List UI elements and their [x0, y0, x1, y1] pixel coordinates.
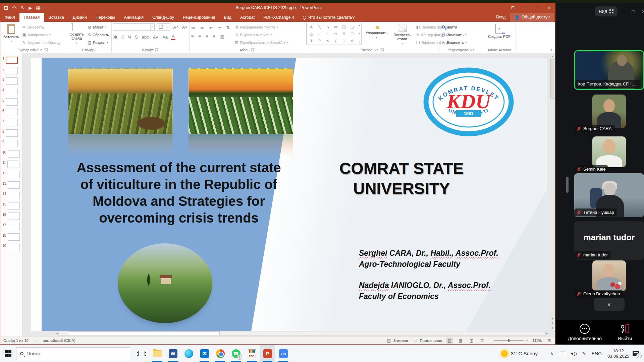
- taskbar-file-explorer[interactable]: [149, 345, 165, 362]
- participant-tile[interactable]: Olena Bezaltychna: [574, 260, 644, 299]
- reading-view-button[interactable]: ◫: [468, 338, 475, 344]
- save-icon[interactable]: [4, 6, 8, 10]
- clipboard-dialog-launcher[interactable]: ↘: [44, 48, 48, 52]
- columns-button[interactable]: ▥: [219, 34, 225, 39]
- reset-button[interactable]: ⟲Сбросить: [86, 31, 110, 38]
- strikethrough-button[interactable]: abc: [141, 35, 150, 40]
- text-direction-button[interactable]: ⇵Направление текста▾: [234, 23, 289, 31]
- slide-thumbnail[interactable]: 5: [2, 98, 22, 109]
- taskbar-word[interactable]: W: [165, 345, 181, 362]
- ribbon-display-options-button[interactable]: ⊡: [507, 3, 519, 12]
- tab-insert[interactable]: Вставка: [44, 13, 68, 22]
- quick-styles-button[interactable]: Экспресс-стили▾: [391, 23, 413, 47]
- slide-thumbnail[interactable]: 17: [2, 223, 22, 233]
- next-slide-button[interactable]: ⇟: [551, 326, 554, 330]
- line-spacing-button[interactable]: ⇅: [225, 25, 230, 30]
- volume-icon[interactable]: ◄)): [568, 345, 579, 362]
- horizontal-scrollbar-thumb[interactable]: [69, 331, 220, 335]
- taskbar-zoom[interactable]: zm: [275, 345, 291, 362]
- start-slideshow-icon[interactable]: ▶: [29, 5, 32, 10]
- taskbar-mail[interactable]: ✉: [197, 345, 212, 362]
- cut-button[interactable]: ✂Вырезать: [21, 23, 62, 31]
- taskbar-search-box[interactable]: [16, 347, 130, 360]
- shrink-font-icon[interactable]: A˅: [181, 25, 188, 30]
- more-options-button[interactable]: ••• Дополнительно: [568, 324, 602, 341]
- language-switcher[interactable]: ENG: [589, 345, 604, 362]
- create-pdf-button[interactable]: A Создать PDF: [486, 23, 513, 40]
- zoom-percentage[interactable]: 111%: [532, 339, 542, 343]
- pen-icon[interactable]: ✎: [579, 345, 589, 362]
- close-button[interactable]: ✕: [543, 3, 555, 12]
- character-spacing-button[interactable]: AV: [152, 35, 159, 40]
- tab-review[interactable]: Рецензирование: [178, 13, 220, 22]
- slide-thumbnail[interactable]: 9: [2, 140, 22, 150]
- tab-pdf-xchange[interactable]: PDF-XChange 4: [259, 13, 299, 22]
- copy-button[interactable]: ▣Копировать▾: [21, 31, 62, 38]
- customize-qat-icon[interactable]: ▾: [45, 6, 47, 9]
- university-name[interactable]: COMRAT STATE UNIVERSITY: [323, 159, 480, 199]
- vertical-scrollbar[interactable]: ▴ ▾ ⇞ ⇟: [550, 55, 555, 330]
- decrease-indent-button[interactable]: ⇤: [209, 25, 214, 30]
- new-slide-button[interactable]: Создать слайд▾: [67, 23, 86, 46]
- zoom-slider-thumb[interactable]: [508, 339, 509, 342]
- authors-text[interactable]: Serghei CARA, Dr., Habil., Assoc.Prof. A…: [359, 248, 520, 312]
- participant-tile[interactable]: marian tudor marian tudor: [574, 221, 644, 260]
- find-button[interactable]: Найти: [440, 23, 468, 31]
- start-button[interactable]: [0, 345, 16, 362]
- undo-icon[interactable]: ↶▾: [12, 5, 17, 10]
- italic-button[interactable]: К: [121, 35, 125, 40]
- tab-design[interactable]: Дизайн: [68, 13, 91, 22]
- comments-button[interactable]: ❏ Примечания: [413, 338, 442, 343]
- collapse-ribbon-icon[interactable]: ∧: [550, 48, 552, 52]
- align-text-button[interactable]: ⇳Выровнять текст▾: [234, 31, 289, 38]
- task-view-button[interactable]: [133, 345, 149, 362]
- slide-thumbnail[interactable]: 4: [2, 88, 22, 98]
- tab-home[interactable]: Главная: [19, 13, 44, 22]
- zoom-view-button[interactable]: Вид: [595, 6, 618, 16]
- slide-title[interactable]: Assessment of the current state of vitic…: [51, 159, 306, 226]
- taskbar-pdf-xchange[interactable]: PDF: [244, 345, 260, 362]
- slide-thumbnail-panel[interactable]: 1 2 3 4 5 6 7 8 9 10 11 12 13 14 15 16 1…: [0, 53, 23, 337]
- numbering-button[interactable]: ≕: [200, 25, 205, 30]
- zoom-maximize-button[interactable]: □: [628, 9, 638, 14]
- slide-thumbnail[interactable]: 3: [2, 77, 22, 88]
- redo-icon[interactable]: ↻: [21, 5, 24, 10]
- slide-thumbnail[interactable]: 16: [2, 213, 22, 223]
- participants-scrollbar-thumb[interactable]: [566, 177, 569, 193]
- zoom-slider[interactable]: – +: [489, 339, 528, 343]
- vineyard-photo-2[interactable]: [189, 68, 293, 134]
- tell-me-box[interactable]: Что вы хотите сделать?: [299, 13, 359, 22]
- tab-view[interactable]: Вид: [219, 13, 236, 22]
- hidden-icons-button[interactable]: ∧: [546, 345, 557, 362]
- weather-widget[interactable]: 31°C Sunny: [501, 350, 546, 357]
- align-left-button[interactable]: ≡: [191, 34, 195, 39]
- section-button[interactable]: ▥Раздел▾: [86, 39, 110, 46]
- vertical-scrollbar-thumb[interactable]: [550, 59, 554, 99]
- action-center-button[interactable]: 1: [633, 351, 639, 356]
- previous-slide-button[interactable]: ⇞: [551, 322, 554, 325]
- clock[interactable]: 18:12 03.09.2025: [604, 348, 633, 359]
- slide-thumbnail[interactable]: 6: [2, 109, 22, 119]
- horizontal-scrollbar[interactable]: ◂ ▸: [56, 331, 548, 336]
- zoom-close-button[interactable]: ✕: [638, 9, 644, 14]
- slide-thumbnail[interactable]: 10: [2, 150, 22, 161]
- tab-slideshow[interactable]: Слайд-шоу: [148, 13, 178, 22]
- table-grid-icon[interactable]: ▦▾: [36, 5, 41, 10]
- zoom-out-button[interactable]: –: [489, 339, 491, 343]
- convert-smartart-button[interactable]: ⊞Преобразовать в SmartArt▾: [234, 39, 289, 46]
- font-name-combo[interactable]: ▾: [113, 23, 155, 31]
- slide-thumbnail[interactable]: 2: [2, 67, 22, 77]
- landscape-oval-photo[interactable]: [118, 243, 212, 323]
- slide-thumbnail[interactable]: 15: [2, 202, 22, 213]
- vineyard-photo-1[interactable]: [68, 68, 173, 134]
- paragraph-dialog-launcher[interactable]: ↘: [251, 48, 255, 52]
- slideshow-view-button[interactable]: ⊡: [479, 338, 485, 344]
- participant-tile[interactable]: Serghei CARA: [574, 95, 644, 133]
- slide-thumbnail[interactable]: 8: [2, 129, 22, 140]
- tab-animations[interactable]: Анимация: [119, 13, 148, 22]
- sign-in-button[interactable]: Вход: [491, 13, 510, 21]
- tab-file[interactable]: Файл: [0, 13, 19, 22]
- taskbar-chrome[interactable]: [212, 345, 228, 362]
- network-icon[interactable]: [557, 345, 568, 362]
- arrange-button[interactable]: Упорядочить▾: [364, 23, 389, 41]
